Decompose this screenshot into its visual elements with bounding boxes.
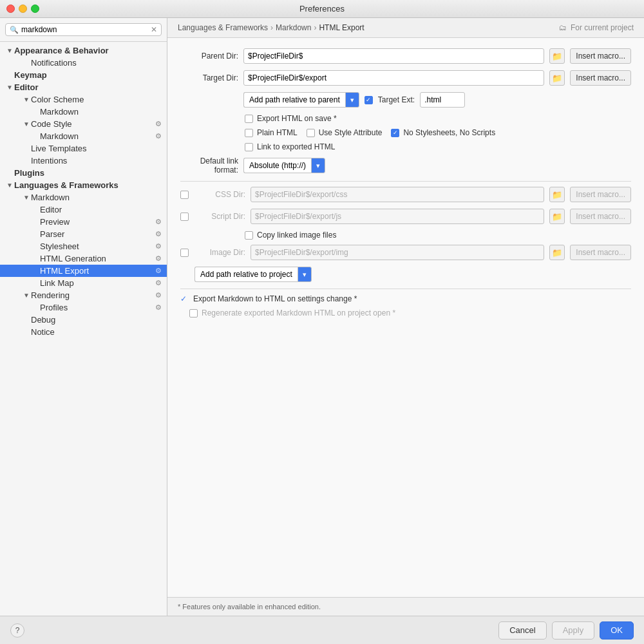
image-dir-macro-button: Insert macro... (570, 245, 631, 260)
sidebar-item-code-style[interactable]: ▼ Code Style ⚙ (0, 118, 167, 130)
parent-dir-folder-button[interactable]: 📁 (549, 48, 565, 64)
sidebar-item-markdown-color[interactable]: Markdown (0, 106, 167, 118)
target-dir-label: Target Dir: (180, 73, 238, 82)
arrow-icon: ▼ (5, 182, 14, 189)
plain-html-checkbox[interactable] (245, 129, 253, 137)
css-dir-row: CSS Dir: 📁 Insert macro... (180, 187, 631, 202)
css-dir-folder-button: 📁 (549, 187, 565, 202)
script-dir-enable-checkbox[interactable] (180, 213, 189, 221)
sidebar-item-live-templates[interactable]: Live Templates (0, 142, 167, 155)
footer-right: Cancel Apply OK (498, 621, 634, 639)
copy-linked-checkbox[interactable] (245, 231, 253, 240)
script-dir-label: Script Dir: (194, 212, 245, 221)
css-dir-macro-button: Insert macro... (570, 187, 631, 202)
link-exported-checkbox[interactable] (245, 143, 253, 151)
export-html-label: Export HTML on save * (257, 114, 337, 123)
sidebar-item-languages[interactable]: ▼ Languages & Frameworks (0, 179, 167, 191)
parent-dir-label: Parent Dir: (180, 52, 238, 61)
sidebar-item-link-map[interactable]: Link Map ⚙ (0, 277, 167, 289)
target-dir-input[interactable] (243, 70, 544, 86)
minimize-button[interactable] (19, 5, 27, 13)
search-box: 🔍 ✕ (0, 18, 167, 42)
use-style-checkbox[interactable] (307, 129, 315, 137)
path-dropdown: Add path relative to parent ▾ (243, 92, 359, 108)
sidebar-item-editor[interactable]: ▼ Editor (0, 81, 167, 93)
target-dir-folder-button[interactable]: 📁 (549, 70, 565, 86)
default-link-arrow[interactable]: ▾ (311, 158, 325, 173)
sidebar-item-rendering[interactable]: ▼ Rendering ⚙ (0, 289, 167, 301)
bottom-note-text: * Features only available in enhanced ed… (178, 603, 321, 611)
sidebar-item-color-scheme[interactable]: ▼ Color Scheme (0, 93, 167, 106)
path-dropdown-label: Add path relative to parent (243, 92, 345, 108)
sidebar-item-html-generation[interactable]: HTML Generation ⚙ (0, 252, 167, 265)
apply-button[interactable]: Apply (552, 621, 595, 639)
sidebar-item-notifications[interactable]: Notifications (0, 57, 167, 69)
image-dir-folder-button: 📁 (549, 245, 565, 260)
css-dir-enable-checkbox[interactable] (180, 191, 189, 199)
title-bar: Preferences (0, 0, 644, 18)
help-button[interactable]: ? (10, 623, 24, 638)
sidebar-item-html-export[interactable]: HTML Export ⚙ (0, 265, 167, 277)
indicator-icon: ⚙ (155, 242, 162, 251)
export-md-row: ✓ Export Markdown to HTML on settings ch… (180, 294, 631, 303)
breadcrumb-current: HTML Export (319, 23, 364, 32)
clear-search-icon[interactable]: ✕ (151, 26, 157, 33)
sidebar: 🔍 ✕ ▼ Appearance & Behavior Notification… (0, 18, 167, 616)
sidebar-item-debug[interactable]: Debug (0, 314, 167, 326)
divider-1 (180, 181, 631, 182)
copy-linked-label: Copy linked image files (257, 231, 336, 240)
export-html-row: Export HTML on save * (180, 114, 631, 123)
sidebar-item-notice[interactable]: Notice (0, 326, 167, 338)
regenerate-label: Regenerate exported Markdown HTML on pro… (202, 308, 395, 317)
bottom-note: * Features only available in enhanced ed… (167, 597, 644, 616)
arrow-icon: ▼ (5, 47, 14, 54)
link-exported-row: Link to exported HTML (180, 142, 631, 151)
path-project-label: Add path relative to project (194, 267, 298, 282)
image-dir-row: Image Dir: 📁 Insert macro... (180, 245, 631, 260)
sidebar-item-stylesheet[interactable]: Stylesheet ⚙ (0, 240, 167, 252)
maximize-button[interactable] (31, 5, 39, 13)
arrow-icon: ▼ (5, 84, 14, 91)
sidebar-item-plugins[interactable]: Plugins (0, 167, 167, 179)
sidebar-item-editor-sub[interactable]: Editor (0, 204, 167, 216)
parent-dir-input[interactable] (243, 48, 544, 64)
no-stylesheets-label: No Stylesheets, No Scripts (403, 128, 495, 137)
indicator-icon: ⚙ (155, 267, 162, 275)
cancel-button[interactable]: Cancel (498, 621, 546, 639)
link-exported-label: Link to exported HTML (257, 142, 335, 151)
close-button[interactable] (6, 5, 15, 13)
sidebar-item-keymap[interactable]: Keymap (0, 69, 167, 81)
sidebar-item-preview[interactable]: Preview ⚙ (0, 216, 167, 228)
script-dir-folder-button: 📁 (549, 209, 565, 224)
export-md-label: Export Markdown to HTML on settings chan… (193, 294, 357, 303)
ok-button[interactable]: OK (600, 621, 634, 639)
export-html-checkbox[interactable] (245, 115, 253, 123)
regenerate-checkbox[interactable] (189, 309, 198, 317)
window-controls (6, 5, 39, 13)
target-ext-checkbox[interactable]: ✓ (365, 96, 373, 104)
script-dir-macro-button: Insert macro... (570, 209, 631, 224)
path-target-row: Add path relative to parent ▾ ✓ Target E… (180, 92, 631, 108)
default-link-dropdown: Absolute (http://) ▾ (243, 158, 325, 173)
image-dir-enable-checkbox[interactable] (180, 249, 189, 257)
path-dropdown-arrow[interactable]: ▾ (345, 92, 359, 108)
window-title: Preferences (299, 4, 345, 14)
sidebar-item-parser[interactable]: Parser ⚙ (0, 228, 167, 240)
script-dir-row: Script Dir: 📁 Insert macro... (180, 209, 631, 224)
breadcrumb-right-text: For current project (571, 23, 634, 32)
sidebar-item-intentions[interactable]: Intentions (0, 155, 167, 167)
sidebar-item-markdown-lang[interactable]: ▼ Markdown (0, 191, 167, 204)
sidebar-item-profiles[interactable]: Profiles ⚙ (0, 301, 167, 314)
sidebar-item-markdown-code[interactable]: Markdown ⚙ (0, 130, 167, 142)
target-ext-input[interactable] (420, 92, 465, 108)
export-md-check-mark: ✓ (180, 294, 187, 303)
target-dir-macro-button[interactable]: Insert macro... (570, 70, 631, 86)
search-input[interactable] (21, 25, 148, 34)
breadcrumb-part-2: Markdown (276, 23, 311, 32)
no-stylesheets-checkbox[interactable]: ✓ (391, 129, 399, 137)
sidebar-item-appearance[interactable]: ▼ Appearance & Behavior (0, 44, 167, 57)
parent-dir-macro-button[interactable]: Insert macro... (570, 48, 631, 64)
arrow-icon: ▼ (22, 96, 31, 103)
regenerate-row: Regenerate exported Markdown HTML on pro… (180, 308, 631, 317)
path-project-arrow[interactable]: ▾ (298, 267, 312, 282)
